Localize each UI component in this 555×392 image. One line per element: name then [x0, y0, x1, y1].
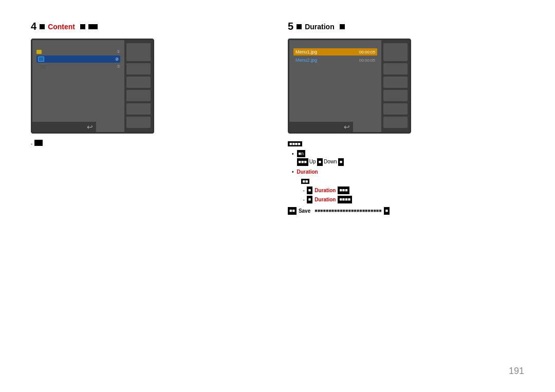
step5-header: 5 Duration	[288, 21, 524, 32]
step4-title: Content	[48, 23, 75, 31]
item-icon-yellow	[36, 50, 42, 54]
content-bottom-bar: ↩	[32, 122, 96, 132]
duration-sidebar-btn-5[interactable]	[383, 117, 408, 128]
content-list-item-1: ①	[36, 49, 120, 54]
content-mini-icon	[34, 140, 43, 146]
duration-value-1: 00:00:05	[359, 50, 375, 54]
left-column: 4 Content ①	[31, 21, 267, 216]
desc-up-prefix: ■■■	[297, 158, 308, 165]
step4-header: 4 Content	[31, 21, 267, 32]
duration-sidebar-btn-2[interactable]	[383, 77, 408, 88]
bullet1-dot: •	[292, 150, 294, 158]
desc-bullet2-line: • Duration ■■ - ■ Duration ■■■	[292, 168, 524, 204]
item-icon-3	[41, 65, 46, 69]
item-number-2: ②	[115, 57, 119, 62]
desc-suffix: ■	[338, 158, 344, 165]
duration-item-1: Menu1.jpg 00:00:05	[293, 48, 377, 55]
duration-sidebar	[381, 40, 410, 132]
desc-up-text: Up	[309, 158, 316, 166]
duration-name-1: Menu1.jpg	[295, 49, 317, 54]
duration-bottom-bar: ↩	[289, 122, 353, 132]
duration-sidebar-preview	[383, 43, 408, 61]
desc-save-line: ■■ Save ■■■■■■■■■■■■■■■■■■■■■■■■ ■	[288, 207, 524, 215]
save-description-text: ■■■■■■■■■■■■■■■■■■■■■■■■	[314, 207, 381, 214]
content-sidebar	[124, 40, 153, 132]
sidebar-btn-2[interactable]	[126, 77, 151, 88]
sidebar-btn-1[interactable]	[126, 63, 151, 74]
sub-dash-2: -	[303, 196, 305, 204]
duration-sidebar-btn-4[interactable]	[383, 103, 408, 115]
duration-screen: Menu1.jpg 00:00:05 Menu2.jpg 00:00:05 ↩	[288, 39, 411, 134]
page-container: 4 Content ①	[0, 0, 555, 392]
content-main-area: ① ② ②	[32, 40, 124, 132]
step4-number: 4	[31, 21, 36, 32]
page-number: 191	[509, 366, 524, 377]
step5-title: Duration	[305, 23, 335, 31]
content-list-item-2: ②	[36, 55, 120, 63]
duration-screen-wrapper: Menu1.jpg 00:00:05 Menu2.jpg 00:00:05 ↩	[288, 39, 411, 134]
duration-main-area: Menu1.jpg 00:00:05 Menu2.jpg 00:00:05 ↩	[289, 40, 381, 132]
right-column: 5 Duration Menu1.jpg 00:00:05	[288, 21, 524, 216]
desc-bullet1-line: • ■n ■■■ Up ■ Down ■	[292, 150, 524, 166]
sub2-duration-prefix: ■	[307, 196, 312, 203]
sidebar-btn-4[interactable]	[126, 103, 151, 115]
content-description: -	[31, 140, 267, 148]
content-list-item-3: ②	[41, 64, 120, 69]
back-icon: ↩	[87, 123, 93, 131]
sub1-duration-label: Duration	[314, 186, 336, 195]
sub-dash-1: -	[303, 186, 305, 195]
desc-item-icon: ■n	[297, 150, 305, 157]
sub2-duration-suffix: ■■■■	[338, 196, 352, 203]
item-number-1: ①	[117, 49, 120, 54]
bullet2-dot: •	[292, 168, 294, 176]
desc-down-prefix: ■	[317, 158, 323, 165]
save-prefix-box: ■■	[288, 207, 297, 214]
sub1-duration-suffix: ■■■	[338, 186, 349, 194]
item-number-3: ②	[117, 64, 120, 69]
step5-icon2	[340, 24, 345, 29]
duration-name-2: Menu2.jpg	[295, 58, 317, 63]
duration-item-2: Menu2.jpg 00:00:05	[293, 57, 377, 64]
two-column-layout: 4 Content ①	[31, 21, 524, 216]
duration-description: ■■■■ • ■n ■■■ Up ■ Down ■	[288, 140, 524, 215]
content-screen-wrapper: ① ② ②	[31, 39, 154, 134]
sidebar-preview	[126, 43, 151, 61]
sidebar-btn-3[interactable]	[126, 90, 151, 101]
duration-sidebar-btn-3[interactable]	[383, 90, 408, 101]
step4-icon	[40, 24, 45, 29]
content-desc-line: -	[31, 140, 267, 148]
sub2-duration-label: Duration	[314, 196, 336, 204]
desc-duration-icon: ■■	[301, 179, 310, 184]
desc-down-text: Down	[324, 158, 337, 166]
save-label: Save	[299, 207, 310, 215]
sub1-duration-prefix: ■	[307, 186, 312, 194]
step4-icon3	[88, 24, 98, 29]
step5-number: 5	[288, 21, 293, 32]
content-dash: -	[31, 140, 32, 148]
duration-sidebar-btn-1[interactable]	[383, 63, 408, 74]
content-screen: ① ② ②	[31, 39, 154, 134]
sidebar-btn-5[interactable]	[126, 117, 151, 128]
item-icon-blue	[38, 57, 44, 62]
desc-duration-label: Duration	[297, 169, 318, 175]
step5-icon	[297, 24, 302, 29]
duration-value-2: 00:00:05	[359, 58, 375, 63]
save-suffix-box: ■	[384, 207, 390, 214]
duration-back-icon: ↩	[344, 123, 350, 131]
desc-intro-box: ■■■■	[288, 141, 302, 146]
step4-icon2	[80, 24, 85, 29]
